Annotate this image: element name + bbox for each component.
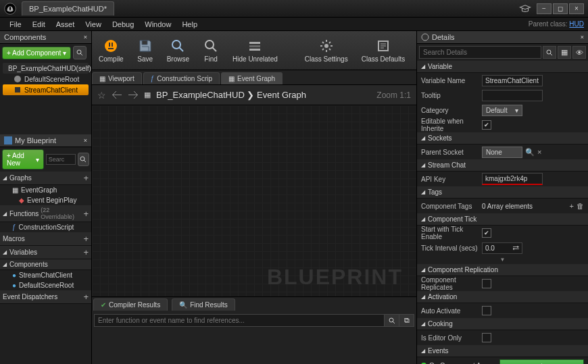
clear-socket-button[interactable]: × xyxy=(537,148,541,156)
class-settings-button[interactable]: Class Settings xyxy=(298,31,355,70)
cat-cooking[interactable]: ◢Cooking xyxy=(417,318,588,330)
api-key-label: API Key xyxy=(421,176,482,183)
menu-view[interactable]: View xyxy=(80,19,107,30)
components-search-button[interactable] xyxy=(73,46,87,59)
event-dispatchers-section[interactable]: Event Dispatchers+ xyxy=(0,290,91,304)
parent-socket-select[interactable]: None xyxy=(482,147,522,158)
tab-viewport[interactable]: ▦Viewport xyxy=(92,72,142,84)
functions-section[interactable]: ◢Functions(22 Overridable)+ xyxy=(0,205,91,222)
event-beginplay-item[interactable]: ◆Event BeginPlay xyxy=(0,195,91,205)
search-socket-button[interactable]: 🔍 xyxy=(525,148,535,157)
mb-default-scene-root[interactable]: ●DefaultSceneRoot xyxy=(0,280,91,290)
nav-forward-button[interactable]: 🡢 xyxy=(128,89,139,101)
editable-checkbox[interactable]: ✔ xyxy=(482,120,491,130)
construction-script-item[interactable]: ƒConstructionScript xyxy=(0,222,91,232)
hide-unrelated-button[interactable]: Hide Unrelated xyxy=(226,31,285,70)
nav-back-button[interactable]: 🡠 xyxy=(112,89,122,101)
tooltip-input[interactable] xyxy=(482,90,543,101)
tick-interval-input[interactable]: 0.0⮂ xyxy=(482,242,522,254)
pin-icon[interactable]: × xyxy=(84,137,87,144)
cat-events[interactable]: ◢Events xyxy=(417,345,588,357)
details-header[interactable]: Details × xyxy=(417,31,588,44)
add-function-button[interactable]: + xyxy=(83,209,89,219)
favorite-button[interactable]: ☆ xyxy=(97,90,106,101)
add-component-button[interactable]: + Add Component▾ xyxy=(2,47,71,59)
expand-icon[interactable]: ▼ xyxy=(417,255,588,264)
menu-asset[interactable]: Asset xyxy=(51,19,80,30)
title-tab[interactable]: BP_ExampleChatHUD* xyxy=(22,1,114,16)
add-dispatcher-button[interactable]: + xyxy=(83,292,89,302)
compile-button[interactable]: Compile xyxy=(92,31,130,70)
cat-tags[interactable]: ◢Tags xyxy=(417,186,588,199)
details-search-input[interactable] xyxy=(419,46,541,59)
tick-enable-checkbox[interactable]: ✔ xyxy=(482,228,491,238)
component-stream-chat-client[interactable]: StreamChatClient xyxy=(3,84,89,95)
menu-debug[interactable]: Debug xyxy=(107,19,139,30)
pin-icon[interactable]: × xyxy=(84,34,87,41)
breadcrumb[interactable]: BP_ExampleChatHUD ❯ Event Graph xyxy=(156,90,306,100)
category-select[interactable]: Default▾ xyxy=(482,105,522,116)
add-macro-button[interactable]: + xyxy=(83,234,89,244)
component-scene-root[interactable]: DefaultSceneRoot xyxy=(3,74,89,84)
cat-component-replication[interactable]: ◢Component Replication xyxy=(417,264,588,276)
browse-icon xyxy=(170,38,186,54)
graphs-section[interactable]: ◢Graphs+ xyxy=(0,172,91,185)
class-defaults-button[interactable]: Class Defaults xyxy=(355,31,412,70)
menu-edit[interactable]: Edit xyxy=(27,19,51,30)
my-blueprint-header[interactable]: My Blueprint × xyxy=(0,134,91,147)
function-icon: ƒ xyxy=(12,224,16,231)
tab-construction-script[interactable]: ƒConstruction Scrip xyxy=(143,72,220,84)
details-eye-button[interactable]: 👁 xyxy=(572,46,586,59)
macros-section[interactable]: Macros+ xyxy=(0,232,91,246)
graph-canvas[interactable]: BLUEPRINT xyxy=(92,105,416,296)
find-references-input[interactable] xyxy=(94,314,385,327)
components-panel-header[interactable]: Components × xyxy=(0,31,91,44)
details-search-button[interactable] xyxy=(543,46,556,59)
menu-file[interactable]: File xyxy=(4,19,27,30)
find-button[interactable]: Find xyxy=(196,31,226,70)
menu-window[interactable]: Window xyxy=(139,19,176,30)
editor-only-checkbox[interactable] xyxy=(482,333,491,342)
maximize-button[interactable]: ◻ xyxy=(553,3,568,14)
save-button[interactable]: Save xyxy=(130,31,160,70)
pin-icon[interactable]: × xyxy=(581,34,584,41)
variable-icon: ● xyxy=(12,282,16,289)
cat-variable[interactable]: ◢Variable xyxy=(417,61,588,73)
add-graph-button[interactable]: + xyxy=(83,173,89,183)
tab-event-graph[interactable]: ▦Event Graph xyxy=(221,72,283,84)
browse-button[interactable]: Browse xyxy=(160,31,196,70)
api-key-input[interactable] xyxy=(482,173,543,185)
comp-replicates-checkbox[interactable] xyxy=(482,279,491,288)
add-new-button[interactable]: + Add New▾ xyxy=(2,149,44,170)
cat-sockets[interactable]: ◢Sockets xyxy=(417,132,588,145)
find-filter-button[interactable]: ⧉ xyxy=(399,314,414,327)
parent-class-link[interactable]: HUD xyxy=(569,20,584,28)
my-blueprint-search-btn[interactable] xyxy=(78,153,89,166)
find-search-button[interactable] xyxy=(385,314,399,327)
cat-stream-chat[interactable]: ◢Stream Chat xyxy=(417,159,588,172)
tab-find-results[interactable]: 🔍Find Results xyxy=(172,298,235,311)
cat-activation[interactable]: ◢Activation xyxy=(417,291,588,303)
close-button[interactable]: × xyxy=(569,3,584,14)
menu-help[interactable]: Help xyxy=(176,19,203,30)
clear-tags-button[interactable]: 🗑 xyxy=(577,202,584,210)
add-tag-button[interactable]: + xyxy=(570,202,574,210)
mb-components-section[interactable]: ◢Components xyxy=(0,259,91,270)
graduation-cap-icon[interactable] xyxy=(519,3,531,15)
mb-stream-chat-client[interactable]: ●StreamChatClient xyxy=(0,270,91,280)
variables-section[interactable]: ◢Variables+ xyxy=(0,246,91,259)
add-variable-button[interactable]: + xyxy=(83,247,89,257)
minimize-button[interactable]: − xyxy=(537,3,552,14)
spinner-icon[interactable]: ⮂ xyxy=(512,244,519,252)
event-graph-item[interactable]: ▦EventGraph xyxy=(0,185,91,195)
on-component-activated-button[interactable]: + xyxy=(499,359,584,364)
my-blueprint-search[interactable] xyxy=(46,154,76,165)
variable-name-input[interactable] xyxy=(482,75,543,86)
component-root[interactable]: BP_ExampleChatHUD(self) xyxy=(3,63,89,74)
svg-point-1 xyxy=(105,40,117,52)
details-grid-button[interactable]: ▦ xyxy=(558,46,571,59)
cat-component-tick[interactable]: ◢Component Tick xyxy=(417,213,588,226)
auto-activate-checkbox[interactable] xyxy=(482,306,491,315)
unreal-logo-icon xyxy=(4,3,16,15)
tab-compiler-results[interactable]: ✔Compiler Results xyxy=(93,298,168,311)
